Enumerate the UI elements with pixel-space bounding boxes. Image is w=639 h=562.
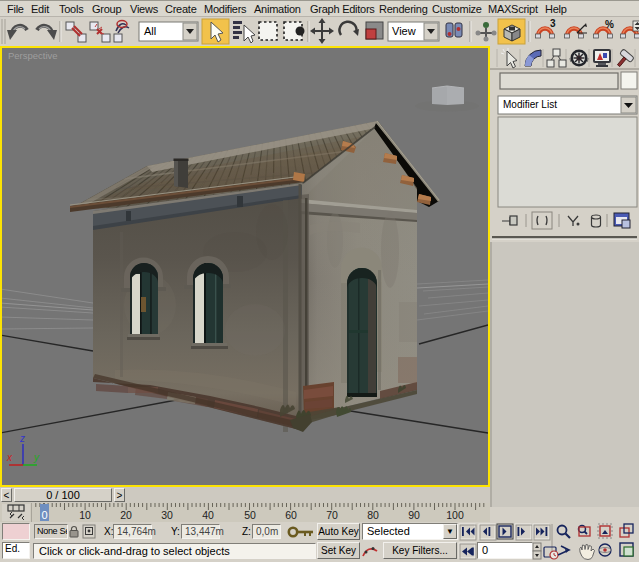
- svg-text:y: y: [33, 452, 40, 463]
- svg-text:View: View: [392, 25, 416, 37]
- svg-text:z: z: [19, 433, 25, 444]
- svg-text:40: 40: [202, 509, 214, 521]
- svg-text:100: 100: [446, 509, 464, 521]
- svg-text:Perspective: Perspective: [8, 50, 58, 61]
- svg-text:60: 60: [285, 509, 297, 521]
- svg-text:%: %: [605, 19, 614, 30]
- svg-text:20: 20: [120, 509, 132, 521]
- svg-text:0: 0: [41, 509, 47, 521]
- svg-text:80: 80: [367, 509, 379, 521]
- svg-text:90: 90: [408, 509, 420, 521]
- svg-text:All: All: [144, 25, 156, 37]
- svg-text:30: 30: [161, 509, 173, 521]
- svg-text:70: 70: [326, 509, 338, 521]
- svg-text:50: 50: [244, 509, 256, 521]
- svg-text:10: 10: [79, 509, 91, 521]
- svg-text:Modifier List: Modifier List: [503, 99, 557, 110]
- svg-text:x: x: [6, 452, 13, 463]
- svg-text:3: 3: [550, 18, 556, 29]
